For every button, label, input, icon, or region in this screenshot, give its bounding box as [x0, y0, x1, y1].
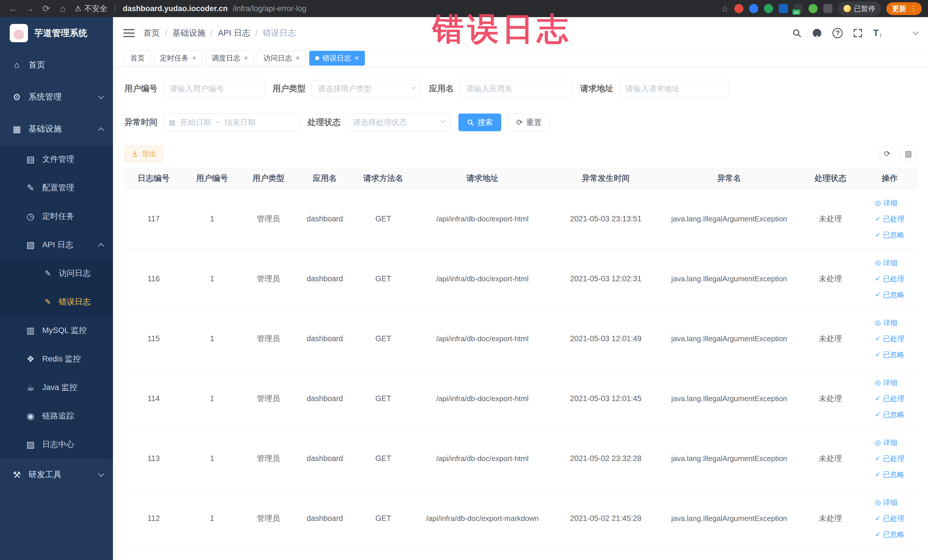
- font-size-icon[interactable]: T↕: [873, 27, 882, 38]
- field-label: 处理状态: [308, 117, 340, 128]
- col-app-name: 应用名: [296, 168, 354, 189]
- table-row: 112 1 管理员 dashboard GET /api/infra/db-do…: [124, 488, 917, 548]
- sidebar-item-infra[interactable]: ▦ 基础设施: [0, 113, 113, 145]
- close-icon[interactable]: ×: [192, 53, 196, 63]
- extension-icon-grid[interactable]: [779, 4, 788, 13]
- breadcrumb-home[interactable]: 首页: [143, 27, 160, 39]
- mark-processed-link[interactable]: ✓已处理: [875, 510, 904, 526]
- detail-link[interactable]: ◎详细: [875, 435, 897, 450]
- browser-update-button[interactable]: 更新 ⋮: [886, 2, 922, 15]
- puzzle-icon[interactable]: [823, 4, 832, 13]
- extension-icon-red[interactable]: [734, 4, 743, 13]
- mark-ignored-link[interactable]: ✓已忽略: [875, 346, 904, 363]
- detail-link[interactable]: ◎详细: [875, 315, 897, 331]
- mark-ignored-link[interactable]: ✓已忽略: [875, 406, 904, 423]
- sidebar-item-trace[interactable]: ◉ 链路追踪: [0, 402, 113, 430]
- reset-button[interactable]: ⟳ 重置: [508, 113, 550, 131]
- sidebar-item-java-monitor[interactable]: ☕ Java 监控: [0, 373, 113, 402]
- grid-icon: ▦: [11, 124, 22, 134]
- search-icon[interactable]: [792, 28, 801, 38]
- detail-link[interactable]: ◎详细: [875, 375, 897, 391]
- check-icon: ✓: [875, 211, 881, 227]
- extension-icon-leaf[interactable]: [809, 4, 818, 13]
- sidebar-item-config-manage[interactable]: ✎ 配置管理: [0, 174, 113, 202]
- mark-ignored-link[interactable]: ✓已忽略: [875, 227, 904, 243]
- cell-request-url: /api/infra/db-doc/export-html: [412, 309, 552, 369]
- security-indicator[interactable]: ⚠ 不安全: [75, 3, 107, 14]
- mark-processed-link[interactable]: ✓已处理: [875, 391, 904, 406]
- github-icon[interactable]: [812, 28, 822, 38]
- back-icon[interactable]: ←: [6, 3, 20, 14]
- cell-exception-time: 2021-05-03 23:13:51: [552, 189, 659, 249]
- tab-label: 定时任务: [160, 53, 189, 63]
- profile-paused-chip[interactable]: 已暂停: [838, 2, 881, 15]
- divider: [114, 5, 115, 12]
- detail-link[interactable]: ◎详细: [875, 255, 897, 271]
- tab-error-log[interactable]: 错误日志 ×: [309, 51, 365, 66]
- close-icon[interactable]: ×: [244, 53, 248, 63]
- cell-app-name: dashboard: [296, 369, 354, 429]
- check-icon: ✓: [875, 331, 881, 346]
- sidebar-item-cron-job[interactable]: ◷ 定时任务: [0, 202, 113, 230]
- address-bar[interactable]: ⚠ 不安全 dashboard.yudao.iocoder.cn /infra/…: [75, 3, 718, 14]
- process-status-select[interactable]: [346, 113, 450, 131]
- gear-icon: ⚙: [11, 92, 22, 102]
- tab-cron-job[interactable]: 定时任务 ×: [154, 51, 202, 66]
- sidebar-toggle-icon[interactable]: [123, 29, 135, 37]
- app-name-input[interactable]: [459, 80, 572, 98]
- browser-toolbar: ← → ⟳ ⌂ ⚠ 不安全 dashboard.yudao.iocoder.cn…: [0, 0, 928, 17]
- home-icon[interactable]: ⌂: [56, 3, 70, 14]
- detail-link[interactable]: ◎详细: [875, 195, 897, 211]
- export-button[interactable]: 导出: [124, 146, 163, 162]
- tab-home[interactable]: 首页: [124, 51, 151, 66]
- mark-ignored-link[interactable]: ✓已忽略: [875, 287, 904, 303]
- user-type-select[interactable]: [311, 80, 421, 98]
- detail-link[interactable]: ◎详细: [875, 494, 897, 510]
- cell-operation: ◎详细 ✓已处理 ✓已忽略: [862, 488, 917, 548]
- columns-toggle-button[interactable]: ▥: [900, 145, 917, 162]
- forward-icon[interactable]: →: [23, 3, 37, 14]
- mark-processed-link[interactable]: ✓已处理: [875, 271, 904, 287]
- database-icon: ▥: [25, 325, 36, 336]
- sidebar-item-log-center[interactable]: ▨ 日志中心: [0, 430, 113, 459]
- mark-ignored-link[interactable]: ✓已忽略: [875, 467, 904, 482]
- user-id-input[interactable]: [163, 80, 264, 98]
- tab-access-log[interactable]: 访问日志 ×: [257, 51, 305, 66]
- extension-icon-green[interactable]: [764, 4, 773, 13]
- close-icon[interactable]: ×: [355, 53, 359, 63]
- error-log-table: 日志编号 用户编号 用户类型 应用名 请求方法名 请求地址 异常发生时间 异常名…: [124, 168, 917, 549]
- sidebar-item-home[interactable]: ⌂ 首页: [0, 49, 113, 81]
- mark-ignored-link[interactable]: ✓已忽略: [875, 526, 904, 542]
- mark-processed-link[interactable]: ✓已处理: [875, 331, 904, 346]
- check-icon: ✓: [875, 450, 881, 467]
- sidebar-item-redis-monitor[interactable]: ❖ Redis 监控: [0, 345, 113, 373]
- extension-icon-blue[interactable]: [749, 4, 758, 13]
- refresh-icon: ⟳: [884, 149, 891, 158]
- tab-schedule-log[interactable]: 调度日志 ×: [206, 51, 254, 66]
- filter-user-id: 用户编号: [124, 80, 264, 98]
- refresh-button[interactable]: ⟳: [879, 145, 896, 162]
- sidebar-item-access-log[interactable]: ✎ 访问日志: [0, 259, 113, 288]
- app-logo[interactable]: 芋道管理系统: [0, 17, 113, 49]
- user-type-select-input[interactable]: [311, 80, 421, 98]
- fullscreen-icon[interactable]: [853, 28, 863, 38]
- mark-processed-link[interactable]: ✓已处理: [875, 211, 904, 227]
- sidebar-item-error-log[interactable]: ✎ 错误日志: [0, 288, 113, 316]
- user-menu[interactable]: [892, 24, 918, 42]
- request-url-input[interactable]: [619, 80, 729, 98]
- search-button[interactable]: 搜索: [458, 113, 501, 131]
- sidebar-item-api-log[interactable]: ▧ API 日志: [0, 230, 113, 259]
- sidebar-item-system[interactable]: ⚙ 系统管理: [0, 81, 113, 113]
- process-status-select-input[interactable]: [346, 113, 450, 131]
- sidebar-item-devtools[interactable]: ⚒ 研发工具: [0, 459, 113, 491]
- date-range-picker[interactable]: ▦ 开始日期 ~ 结束日期: [163, 113, 299, 131]
- extension-icon-dark[interactable]: on: [794, 4, 803, 13]
- bookmark-star-icon[interactable]: ☆: [721, 4, 729, 14]
- sidebar-item-mysql-monitor[interactable]: ▥ MySQL 监控: [0, 316, 113, 345]
- eye-icon: ◎: [875, 375, 881, 391]
- reload-icon[interactable]: ⟳: [40, 3, 53, 14]
- close-icon[interactable]: ×: [295, 53, 299, 63]
- sidebar-item-file-manage[interactable]: ▤ 文件管理: [0, 145, 113, 174]
- help-icon[interactable]: ?: [832, 28, 843, 38]
- mark-processed-link[interactable]: ✓已处理: [875, 450, 904, 467]
